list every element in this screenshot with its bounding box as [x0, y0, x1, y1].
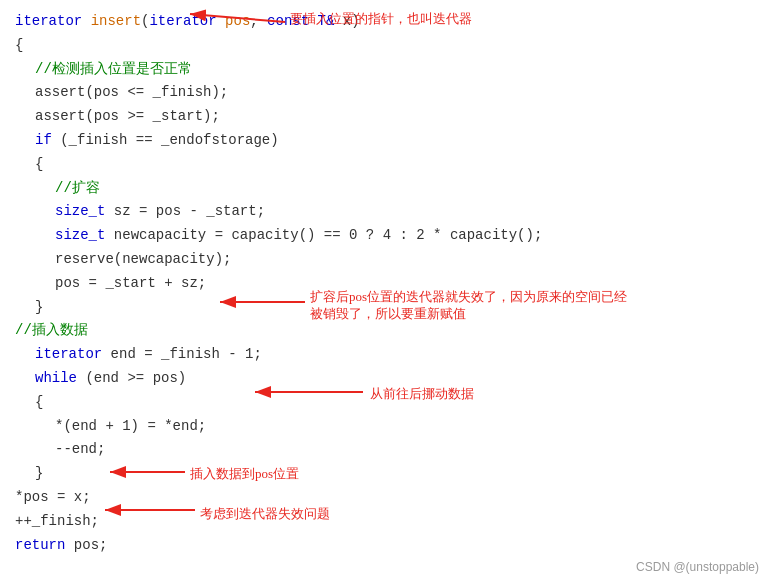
code-token: //检测插入位置是否正常 [35, 58, 192, 82]
code-token: { [35, 153, 43, 177]
code-line: *pos = x; [15, 486, 759, 510]
code-token: *(end + 1) = *end; [55, 415, 206, 439]
code-line: reserve(newcapacity); [15, 248, 759, 272]
code-token: pos [225, 10, 250, 34]
code-token: *pos = x; [15, 486, 91, 510]
code-area: iterator insert(iterator pos, const T& x… [0, 0, 774, 567]
code-line: //扩容 [15, 177, 759, 201]
code-token: } [35, 462, 43, 486]
code-line: assert(pos >= _start); [15, 105, 759, 129]
watermark: CSDN @(unstoppable) [636, 560, 759, 574]
code-token: pos; [65, 534, 107, 558]
code-line: { [15, 153, 759, 177]
code-line: if (_finish == _endofstorage) [15, 129, 759, 153]
code-token: --end; [55, 438, 105, 462]
code-token: if [35, 129, 52, 153]
code-line: } [15, 462, 759, 486]
code-line: assert(pos <= _finish); [15, 81, 759, 105]
code-token: insert [91, 10, 141, 34]
annotation-6: 考虑到迭代器失效问题 [200, 505, 330, 523]
code-token: { [35, 391, 43, 415]
annotation-2: 扩容后pos位置的迭代器就失效了，因为原来的空间已经 [310, 288, 627, 306]
code-token: ++_finish; [15, 510, 99, 534]
code-token: , [250, 10, 267, 34]
code-token: (_finish == _endofstorage) [52, 129, 279, 153]
code-token: iterator [149, 10, 225, 34]
code-line: iterator end = _finish - 1; [15, 343, 759, 367]
code-token: sz = pos - _start; [105, 200, 265, 224]
annotation-4: 从前往后挪动数据 [370, 385, 474, 403]
code-token: //扩容 [55, 177, 100, 201]
code-line: size_t newcapacity = capacity() == 0 ? 4… [15, 224, 759, 248]
code-token: end = _finish - 1; [102, 343, 262, 367]
annotation-1: 要插入位置的指针，也叫迭代器 [290, 10, 472, 28]
code-line: ++_finish; [15, 510, 759, 534]
code-token: reserve(newcapacity); [55, 248, 231, 272]
annotation-3: 被销毁了，所以要重新赋值 [310, 305, 466, 323]
code-token: } [35, 296, 43, 320]
code-line: //检测插入位置是否正常 [15, 58, 759, 82]
code-token: assert(pos >= _start); [35, 105, 220, 129]
code-line: return pos; [15, 534, 759, 558]
code-line: { [15, 34, 759, 58]
code-token: iterator [35, 343, 102, 367]
code-token: //插入数据 [15, 319, 88, 343]
code-token: size_t [55, 200, 105, 224]
code-token: assert(pos <= _finish); [35, 81, 228, 105]
code-token: iterator [15, 10, 91, 34]
code-token: (end >= pos) [77, 367, 186, 391]
annotation-5: 插入数据到pos位置 [190, 465, 299, 483]
code-line: *(end + 1) = *end; [15, 415, 759, 439]
code-line: --end; [15, 438, 759, 462]
code-token: return [15, 534, 65, 558]
code-line: size_t sz = pos - _start; [15, 200, 759, 224]
code-token: pos = _start + sz; [55, 272, 206, 296]
code-token: newcapacity = capacity() == 0 ? 4 : 2 * … [105, 224, 542, 248]
code-token: size_t [55, 224, 105, 248]
code-token: while [35, 367, 77, 391]
code-token: { [15, 34, 23, 58]
code-token: ( [141, 10, 149, 34]
